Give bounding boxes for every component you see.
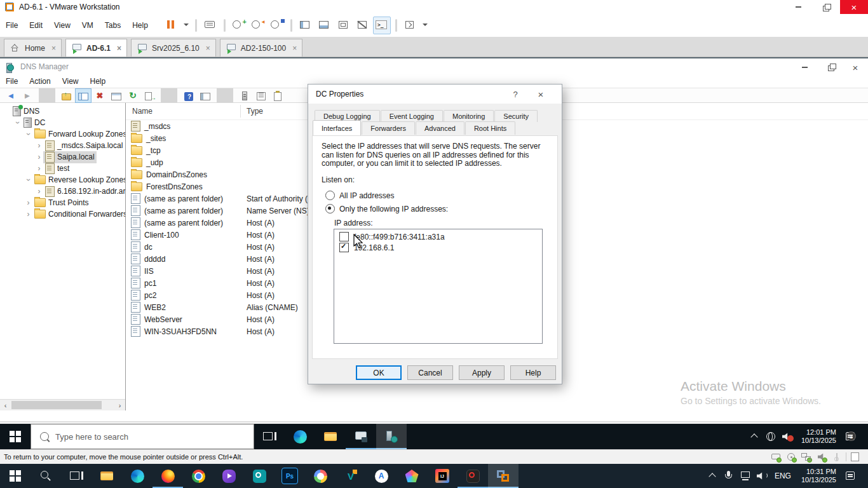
- toolbar-separator[interactable]: [395, 19, 397, 32]
- dialog-close-button[interactable]: ×: [532, 87, 550, 101]
- file-explorer-icon[interactable]: [92, 464, 122, 488]
- new-record-button[interactable]: [236, 88, 253, 103]
- dialog-tab[interactable]: Security: [494, 110, 538, 122]
- hard-disk-device-icon[interactable]: [770, 451, 782, 463]
- menu-item[interactable]: Tabs: [99, 21, 126, 30]
- tree-expander-icon[interactable]: [35, 164, 43, 173]
- restore-button[interactable]: [812, 0, 840, 14]
- menu-item[interactable]: View: [48, 21, 76, 30]
- show-thumbnail-bar-button[interactable]: [316, 17, 334, 34]
- vm-search-box[interactable]: Type here to search: [31, 424, 254, 449]
- pentagon-app-icon[interactable]: [397, 464, 427, 488]
- dns-restore-button[interactable]: [817, 60, 843, 75]
- hidden-icons-chevron-icon[interactable]: [705, 468, 720, 484]
- checkbox-icon[interactable]: [339, 243, 349, 252]
- vm-tab[interactable]: Srv2025_6.10: [131, 39, 216, 57]
- tree-expander-icon[interactable]: [13, 118, 22, 127]
- menu-item[interactable]: Help: [126, 21, 154, 30]
- hidden-icons-chevron-icon[interactable]: [747, 429, 762, 444]
- bandicam-icon[interactable]: [244, 464, 275, 488]
- menu-item[interactable]: View: [57, 77, 85, 86]
- stretch-dropdown-caret-icon[interactable]: [421, 17, 430, 34]
- listen-option[interactable]: Only the following IP addresses:: [325, 204, 448, 214]
- dns-manager-taskbar-icon[interactable]: [376, 424, 407, 449]
- toolbar-separator[interactable]: [161, 88, 177, 103]
- export-list-button[interactable]: [141, 88, 158, 103]
- scroll-right-arrow-icon[interactable]: ›: [114, 400, 125, 410]
- refresh-button[interactable]: [125, 88, 141, 103]
- media-player-icon[interactable]: [214, 464, 244, 488]
- pause-dropdown-caret-icon[interactable]: [182, 17, 191, 34]
- file-explorer-icon[interactable]: [315, 424, 346, 449]
- app-store-icon[interactable]: A: [366, 464, 397, 488]
- photoshop-icon[interactable]: Ps: [275, 464, 305, 488]
- toolbar-separator[interactable]: [39, 88, 55, 103]
- checkbox-icon[interactable]: [339, 232, 349, 241]
- tree-expander-icon[interactable]: [35, 141, 43, 150]
- tree-expander-icon[interactable]: [24, 130, 32, 139]
- fullscreen-mode-button[interactable]: [335, 17, 353, 34]
- language-indicator[interactable]: ENG: [771, 471, 795, 480]
- dialog-tab[interactable]: Root Hints: [465, 121, 515, 135]
- sound-device-icon[interactable]: [815, 451, 828, 463]
- properties-button[interactable]: [108, 88, 125, 103]
- vm-tab[interactable]: Home: [4, 39, 62, 57]
- intellij-icon[interactable]: IJ: [427, 464, 458, 488]
- dialog-button[interactable]: OK: [356, 365, 402, 380]
- console-view-button[interactable]: [373, 17, 391, 34]
- close-button[interactable]: [840, 0, 868, 14]
- tree-item[interactable]: _msdcs.Saipa.local: [0, 140, 125, 151]
- horizontal-scrollbar[interactable]: ‹ ›: [0, 399, 125, 410]
- column-header-type[interactable]: Type: [247, 107, 263, 116]
- notification-center-icon[interactable]: 1: [843, 429, 864, 444]
- paint-icon[interactable]: [305, 464, 336, 488]
- up-one-level-button[interactable]: [58, 88, 75, 103]
- tree-item[interactable]: Reverse Lookup Zones: [0, 174, 125, 186]
- pause-vm-button[interactable]: [163, 17, 180, 34]
- dns-minimize-button[interactable]: [792, 60, 817, 75]
- menu-item[interactable]: Edit: [24, 21, 48, 30]
- show-console-tree-button[interactable]: [75, 88, 92, 103]
- show-library-button[interactable]: [297, 17, 315, 34]
- tree-item[interactable]: Forward Lookup Zones: [0, 128, 125, 140]
- network-adapter-device-icon[interactable]: [800, 451, 813, 463]
- tree-expander-icon[interactable]: [24, 175, 32, 184]
- tab-close-icon[interactable]: [51, 44, 56, 53]
- menu-item[interactable]: File: [0, 21, 24, 30]
- vm-start-button[interactable]: [0, 424, 31, 449]
- menu-item[interactable]: VM: [76, 21, 99, 30]
- vm-tab[interactable]: AD2-150-100: [220, 39, 302, 57]
- ctrl-alt-del-button[interactable]: [201, 17, 219, 34]
- scroll-left-arrow-icon[interactable]: ‹: [0, 400, 11, 410]
- menu-item[interactable]: File: [0, 77, 24, 86]
- scrollbar-thumb[interactable]: [11, 401, 102, 409]
- dialog-tab[interactable]: Monitoring: [444, 110, 494, 122]
- device-separator[interactable]: [846, 452, 846, 461]
- tab-close-icon[interactable]: [117, 44, 121, 53]
- column-header-name[interactable]: Name: [132, 107, 153, 116]
- record-list-button[interactable]: [253, 88, 269, 103]
- tree-item[interactable]: Trust Points: [0, 197, 125, 208]
- free-stretch-button[interactable]: [402, 17, 419, 34]
- paste-button[interactable]: [269, 88, 286, 103]
- server-manager-icon[interactable]: [346, 424, 376, 449]
- tree-expander-icon[interactable]: [24, 198, 32, 207]
- dialog-button[interactable]: Apply: [459, 365, 505, 380]
- help-button[interactable]: [180, 88, 197, 103]
- cd-rom-device-icon[interactable]: [785, 451, 797, 463]
- ip-address-listbox[interactable]: fe80::f499:b716:3411:a31a 192.168.6.1: [334, 229, 543, 344]
- toolbar-separator[interactable]: [224, 19, 226, 32]
- menu-item[interactable]: Help: [85, 77, 112, 86]
- dialog-button[interactable]: Cancel: [407, 365, 453, 380]
- task-view-button[interactable]: [254, 424, 285, 449]
- tree-item[interactable]: DNS: [0, 105, 125, 117]
- tab-close-icon[interactable]: [292, 44, 297, 53]
- host-clock[interactable]: 10:31 PM 10/13/2025: [796, 468, 841, 484]
- delete-button[interactable]: [92, 88, 108, 103]
- task-view-button[interactable]: [61, 464, 92, 488]
- tree-item[interactable]: DC: [0, 117, 125, 128]
- take-snapshot-button[interactable]: [230, 17, 248, 34]
- dialog-tab[interactable]: Advanced: [416, 121, 465, 135]
- dialog-help-button[interactable]: ?: [506, 87, 524, 101]
- volume-muted-icon[interactable]: [780, 429, 795, 444]
